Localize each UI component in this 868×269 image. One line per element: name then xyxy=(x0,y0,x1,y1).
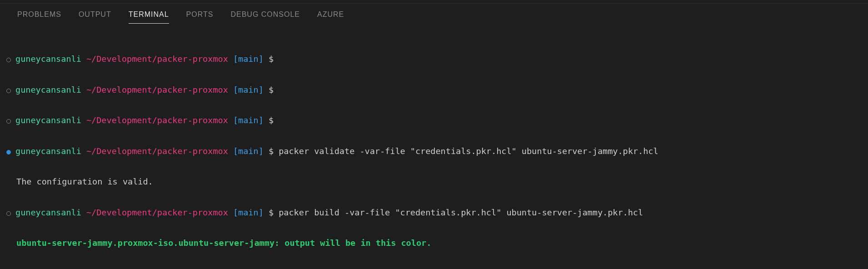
prompt-branch: [main] xyxy=(233,146,264,156)
prompt-path: ~/Development/packer-proxmox xyxy=(86,115,228,125)
prompt-dollar: $ xyxy=(269,208,274,217)
prompt-user: guneycansanli xyxy=(15,146,81,156)
prompt-user: guneycansanli xyxy=(15,208,81,217)
prompt-path: ~/Development/packer-proxmox xyxy=(86,208,228,217)
prompt-path: ~/Development/packer-proxmox xyxy=(86,146,228,156)
tab-terminal[interactable]: TERMINAL xyxy=(129,10,169,24)
tab-azure[interactable]: AZURE xyxy=(317,10,344,24)
prompt-bullet-icon xyxy=(6,119,11,124)
prompt-branch: [main] xyxy=(233,54,264,64)
tab-problems[interactable]: PROBLEMS xyxy=(17,10,61,24)
prompt-line: guneycansanli ~/Development/packer-proxm… xyxy=(5,115,863,126)
command-text: packer build -var-file "credentials.pkr.… xyxy=(279,208,643,217)
tab-output[interactable]: OUTPUT xyxy=(79,10,111,24)
prompt-branch: [main] xyxy=(233,208,264,217)
prompt-line: guneycansanli ~/Development/packer-proxm… xyxy=(5,54,863,65)
prompt-user: guneycansanli xyxy=(15,54,81,64)
output-line: The configuration is valid. xyxy=(5,177,863,187)
prompt-branch: [main] xyxy=(233,85,264,95)
prompt-user: guneycansanli xyxy=(15,115,81,125)
prompt-bullet-icon xyxy=(6,89,11,93)
prompt-bullet-icon xyxy=(6,211,11,216)
prompt-path: ~/Development/packer-proxmox xyxy=(86,54,228,64)
command-text: packer validate -var-file "credentials.p… xyxy=(279,146,658,156)
prompt-path: ~/Development/packer-proxmox xyxy=(86,85,228,95)
prompt-dollar: $ xyxy=(269,54,274,64)
prompt-bullet-active-icon xyxy=(6,150,11,154)
prompt-branch: [main] xyxy=(233,115,264,125)
tab-debug-console[interactable]: DEBUG CONSOLE xyxy=(230,10,300,24)
validation-message: The configuration is valid. xyxy=(5,177,153,187)
prompt-dollar: $ xyxy=(269,115,274,125)
tab-ports[interactable]: PORTS xyxy=(186,10,214,24)
prompt-line: guneycansanli ~/Development/packer-proxm… xyxy=(5,146,863,157)
prompt-line: guneycansanli ~/Development/packer-proxm… xyxy=(5,208,863,218)
panel-tabs: PROBLEMS OUTPUT TERMINAL PORTS DEBUG CON… xyxy=(0,4,868,25)
terminal-output[interactable]: guneycansanli ~/Development/packer-proxm… xyxy=(0,25,868,269)
output-line: ubuntu-server-jammy.proxmox-iso.ubuntu-s… xyxy=(5,238,863,249)
prompt-line: guneycansanli ~/Development/packer-proxm… xyxy=(5,85,863,95)
prompt-bullet-icon xyxy=(6,58,11,62)
prompt-dollar: $ xyxy=(269,146,274,156)
build-header: ubuntu-server-jammy.proxmox-iso.ubuntu-s… xyxy=(5,238,431,249)
prompt-user: guneycansanli xyxy=(15,85,81,95)
prompt-dollar: $ xyxy=(269,85,274,95)
